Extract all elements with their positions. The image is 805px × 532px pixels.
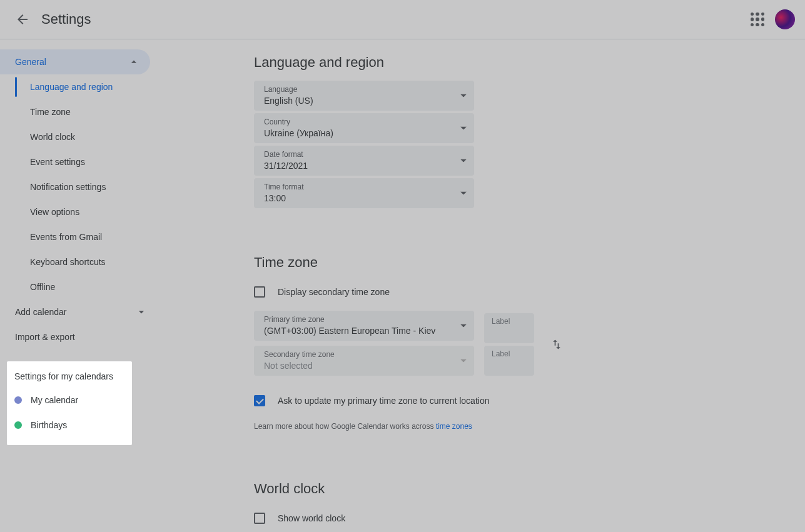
section-title-timezone: Time zone [254, 254, 790, 271]
show-world-clock-label: Show world clock [278, 513, 345, 523]
sidebar-item-notification-settings[interactable]: Notification settings [15, 174, 159, 199]
calendar-item-my-calendar[interactable]: My calendar [7, 388, 132, 413]
sidebar-item-language-region[interactable]: Language and region [15, 74, 159, 99]
primary-timezone-select[interactable]: Primary time zone (GMT+03:00) Eastern Eu… [254, 311, 474, 341]
time-format-select[interactable]: Time format 13:00 [254, 178, 474, 208]
caret-down-icon [460, 127, 467, 130]
sidebar: General Language and region Time zone Wo… [0, 39, 159, 532]
chevron-up-icon [128, 56, 140, 68]
caret-down-icon [460, 192, 467, 195]
secondary-label-input[interactable]: Label [484, 346, 534, 376]
ask-update-label: Ask to update my primary time zone to cu… [278, 396, 489, 406]
my-calendars-popup: Settings for my calendars My calendar Bi… [7, 361, 132, 445]
section-title-language: Language and region [254, 54, 790, 71]
sidebar-import-export[interactable]: Import & export [0, 324, 159, 349]
language-select[interactable]: Language English (US) [254, 81, 474, 111]
ask-update-checkbox[interactable] [254, 395, 265, 406]
sidebar-general-label: General [15, 57, 46, 67]
swap-timezones-button[interactable] [544, 332, 569, 357]
sidebar-add-calendar[interactable]: Add calendar [0, 299, 159, 324]
caret-down-icon [460, 359, 467, 363]
popup-title: Settings for my calendars [7, 371, 132, 388]
arrow-left-icon [15, 12, 30, 27]
display-secondary-checkbox[interactable] [254, 286, 265, 298]
apps-icon[interactable] [750, 12, 765, 27]
secondary-timezone-select[interactable]: Secondary time zone Not selected [254, 346, 474, 376]
page-title: Settings [41, 11, 91, 28]
sidebar-item-offline[interactable]: Offline [15, 274, 159, 299]
back-button[interactable] [10, 7, 35, 32]
avatar[interactable] [775, 9, 795, 29]
section-title-world-clock: World clock [254, 481, 790, 497]
calendar-item-label: Birthdays [31, 420, 67, 430]
date-format-select[interactable]: Date format 31/12/2021 [254, 146, 474, 176]
calendar-item-birthdays[interactable]: Birthdays [7, 413, 132, 438]
main-content: Language and region Language English (US… [159, 39, 805, 532]
sidebar-item-keyboard-shortcuts[interactable]: Keyboard shortcuts [15, 249, 159, 274]
sidebar-item-events-from-gmail[interactable]: Events from Gmail [15, 224, 159, 249]
swap-vertical-icon [550, 338, 563, 351]
timezone-hint-link[interactable]: time zones [436, 422, 472, 431]
timezone-hint: Learn more about how Google Calendar wor… [254, 422, 790, 431]
calendar-color-dot [14, 421, 22, 429]
calendar-color-dot [14, 396, 22, 404]
show-world-clock-checkbox[interactable] [254, 513, 265, 524]
caret-down-icon [460, 324, 467, 328]
sidebar-general[interactable]: General [0, 49, 150, 74]
sidebar-item-event-settings[interactable]: Event settings [15, 149, 159, 174]
chevron-down-icon [135, 306, 148, 318]
header: Settings [0, 0, 805, 39]
sidebar-item-time-zone[interactable]: Time zone [15, 99, 159, 124]
primary-label-input[interactable]: Label [484, 313, 534, 343]
caret-down-icon [460, 159, 467, 163]
sidebar-item-world-clock[interactable]: World clock [15, 124, 159, 149]
sidebar-item-view-options[interactable]: View options [15, 199, 159, 224]
display-secondary-label: Display secondary time zone [278, 287, 390, 297]
caret-down-icon [460, 94, 467, 98]
calendar-item-label: My calendar [31, 395, 78, 405]
country-select[interactable]: Country Ukraine (Україна) [254, 113, 474, 143]
